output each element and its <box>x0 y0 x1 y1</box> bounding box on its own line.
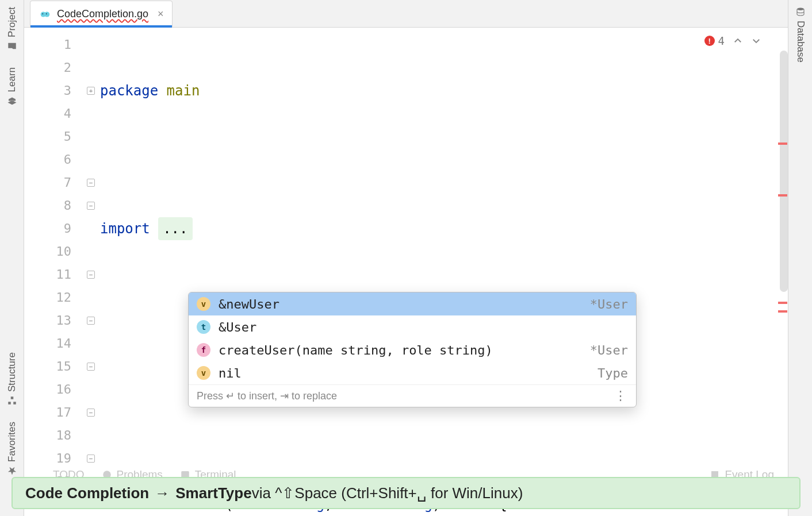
fold-gutter: + − − − − − − − <box>82 28 100 516</box>
line-number: 13 <box>24 309 71 332</box>
completion-item[interactable]: v &newUser *User <box>189 292 636 315</box>
error-marker[interactable] <box>778 143 787 145</box>
fold-expand-icon[interactable]: + <box>87 87 95 95</box>
line-number: 3 <box>24 79 71 102</box>
sidebar-label: Structure <box>6 352 18 392</box>
fold-collapse-icon[interactable]: − <box>87 202 95 210</box>
keyword: import <box>100 217 158 240</box>
folded-region[interactable]: ... <box>158 217 192 240</box>
error-marker[interactable] <box>778 302 787 304</box>
identifier: main <box>167 79 200 102</box>
line-number: 5 <box>24 125 71 148</box>
svg-rect-2 <box>10 396 13 399</box>
completion-label: &newUser <box>219 297 590 311</box>
line-number: 8 <box>24 194 71 217</box>
sidebar-item-project[interactable]: Project <box>6 7 18 51</box>
completion-kind-icon: v <box>197 366 210 380</box>
right-tool-strip: Database <box>788 0 812 516</box>
fold-icon[interactable]: − <box>87 271 95 279</box>
line-number: 10 <box>24 240 71 263</box>
line-number: 11 <box>24 263 71 286</box>
fold-collapse-icon[interactable]: − <box>87 179 95 187</box>
line-number: 16 <box>24 378 71 401</box>
line-number: 15 <box>24 355 71 378</box>
line-number: 6 <box>24 148 71 171</box>
svg-point-5 <box>42 13 43 14</box>
completion-item[interactable]: t &User <box>189 315 636 338</box>
main-area: CodeCompletion.go × 1 2 3 4 5 6 7 8 9 10… <box>24 0 788 516</box>
completion-label: createUser(name string, role string) <box>219 343 590 357</box>
line-number: 9 <box>24 217 71 240</box>
line-number: 1 <box>24 33 71 56</box>
svg-rect-1 <box>8 402 11 405</box>
fold-icon[interactable]: − <box>87 317 95 325</box>
completion-label: &User <box>219 320 628 334</box>
line-number: 2 <box>24 56 71 79</box>
fold-collapse-icon[interactable]: − <box>87 455 95 463</box>
line-number: 7 <box>24 171 71 194</box>
error-marker[interactable] <box>778 194 787 197</box>
svg-rect-0 <box>13 402 16 405</box>
completion-kind-icon: f <box>197 343 210 357</box>
left-tool-strip: Project Learn Structure Favorites <box>0 0 24 516</box>
error-stripe[interactable] <box>777 28 788 516</box>
line-number: 12 <box>24 286 71 309</box>
completion-kind-icon: v <box>197 297 210 311</box>
completion-kind-icon: t <box>197 320 210 334</box>
error-icon: ! <box>704 36 715 46</box>
line-number: 14 <box>24 332 71 355</box>
sidebar-item-learn[interactable]: Learn <box>6 67 18 106</box>
line-number: 17 <box>24 401 71 424</box>
go-file-icon <box>39 8 51 21</box>
error-count-value: 4 <box>718 34 725 47</box>
line-number: 4 <box>24 102 71 125</box>
sidebar-item-favorites[interactable]: Favorites <box>6 422 18 476</box>
tip-part: SmartType <box>175 484 251 502</box>
svg-point-6 <box>46 13 47 14</box>
line-number: 18 <box>24 424 71 447</box>
more-icon[interactable]: ⋮ <box>614 388 628 403</box>
close-icon[interactable]: × <box>154 8 164 20</box>
chevron-down-icon[interactable] <box>751 36 761 46</box>
inspection-widget[interactable]: ! 4 <box>704 34 761 47</box>
tip-banner: Code Completion → SmartType via ^⇧Space … <box>12 477 800 509</box>
code-editor[interactable]: 1 2 3 4 5 6 7 8 9 10 11 12 13 14 15 16 1… <box>24 28 788 516</box>
sidebar-label: Database <box>795 21 806 63</box>
arrow-icon: → <box>155 484 170 502</box>
chevron-up-icon[interactable] <box>733 36 743 46</box>
sidebar-label: Project <box>6 7 18 37</box>
completion-hint-bar: Press ↵ to insert, ⇥ to replace ⋮ <box>189 384 636 407</box>
editor-tab-bar: CodeCompletion.go × <box>24 0 788 28</box>
error-marker[interactable] <box>778 310 787 313</box>
sidebar-item-database[interactable]: Database <box>795 7 806 63</box>
sidebar-label: Favorites <box>6 422 18 462</box>
svg-point-7 <box>797 8 804 11</box>
tip-part: Code Completion <box>25 484 149 502</box>
editor-tab[interactable]: CodeCompletion.go × <box>30 1 173 27</box>
fold-icon[interactable]: − <box>87 409 95 417</box>
sidebar-label: Learn <box>6 67 18 92</box>
sidebar-item-structure[interactable]: Structure <box>6 352 18 406</box>
completion-label: nil <box>219 366 597 380</box>
fold-collapse-icon[interactable]: − <box>87 363 95 371</box>
tip-part: via ^⇧Space (Ctrl+Shift+␣ for Win/Linux) <box>252 484 523 502</box>
svg-point-4 <box>44 11 49 17</box>
completion-tail: Type <box>597 366 628 380</box>
completion-item[interactable]: v nil Type <box>189 361 636 384</box>
completion-item[interactable]: f createUser(name string, role string) *… <box>189 338 636 361</box>
completion-tail: *User <box>590 343 628 357</box>
code-area[interactable]: package main import ... func createUser(… <box>100 28 777 516</box>
completion-popup: v &newUser *User t &User f createUser(na… <box>188 292 637 407</box>
completion-hint: Press ↵ to insert, ⇥ to replace <box>197 390 337 402</box>
scrollbar-thumb[interactable] <box>780 51 788 292</box>
line-number-gutter: 1 2 3 4 5 6 7 8 9 10 11 12 13 14 15 16 1… <box>24 28 82 516</box>
keyword: package <box>100 79 167 102</box>
tab-filename: CodeCompletion.go <box>57 8 148 20</box>
error-count[interactable]: ! 4 <box>704 34 725 47</box>
completion-tail: *User <box>590 297 628 311</box>
